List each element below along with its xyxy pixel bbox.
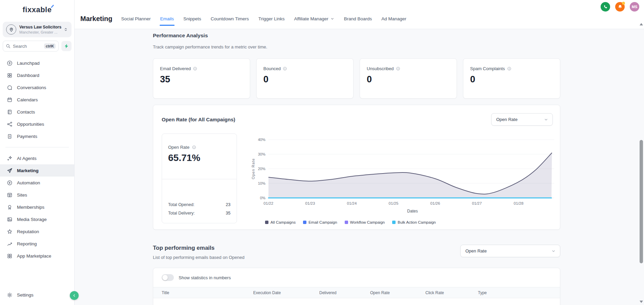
sidebar-item-media-storage[interactable]: Media Storage (0, 213, 74, 225)
sidebar-item-label: Payments (17, 134, 37, 139)
app-logo-text: fixxable (23, 5, 52, 14)
location-pin-icon (6, 24, 16, 35)
automation-icon (7, 180, 13, 186)
toggle-knob (162, 275, 168, 280)
sidebar-item-memberships[interactable]: Memberships (0, 201, 74, 213)
tab-emails[interactable]: Emails (160, 16, 174, 21)
sidebar-item-label: Opportunities (17, 122, 44, 127)
reporting-icon (7, 241, 13, 247)
sidebar-item-reputation[interactable]: Reputation (0, 225, 74, 238)
legend-item-workflow-campaign[interactable]: Workflow Campaign (345, 220, 385, 224)
scroll-up-arrow[interactable] (640, 23, 643, 25)
open-rate-chart: 0%10%20%30%40%Open Rate01/2201/2301/2401… (250, 135, 560, 220)
tab-ad-manager[interactable]: Ad Manager (381, 16, 406, 21)
memberships-icon (7, 204, 13, 210)
account-switcher[interactable]: Versus Law Solicitors Manchester, Greate… (3, 22, 72, 37)
sidebar-item-label: Memberships (17, 205, 44, 210)
sidebar-item-calendars[interactable]: Calendars (0, 94, 74, 106)
sidebar-item-settings[interactable]: Settings (0, 289, 74, 301)
svg-text:30%: 30% (258, 152, 265, 156)
column-header-title: Title (162, 290, 253, 295)
phone-button[interactable] (601, 2, 610, 12)
stat-value: 35 (160, 74, 243, 85)
chevron-updown-icon[interactable] (63, 27, 68, 32)
stat-value: 0 (263, 74, 346, 85)
top-emails-table-card: Show statistics in numbers TitleExecutio… (153, 268, 560, 305)
sidebar-item-app-marketplace[interactable]: App Marketplace (0, 250, 74, 262)
info-icon[interactable] (193, 66, 197, 71)
summary-label: Open Rate (168, 145, 189, 150)
svg-text:10%: 10% (258, 181, 265, 185)
metric-select[interactable]: Open Rate (491, 113, 553, 126)
sidebar-item-payments[interactable]: $Payments (0, 130, 74, 142)
sidebar-item-automation[interactable]: Automation (0, 177, 74, 189)
column-header-open-rate: Open Rate (370, 290, 425, 295)
column-header-execution-date: Execution Date (253, 290, 319, 295)
table-row[interactable]: Internal Notification-1100.00%0.00%Workf… (153, 298, 560, 305)
svg-text:Open Rate: Open Rate (251, 158, 255, 179)
legend-item-bulk-action-campaign[interactable]: Bulk Action Campaign (392, 220, 436, 224)
quick-actions-button[interactable] (61, 41, 72, 51)
scroll-down-arrow[interactable] (640, 301, 643, 303)
chevron-down-icon (330, 17, 335, 21)
svg-text:Dates: Dates (407, 209, 418, 214)
conversations-icon (7, 85, 13, 90)
column-header-type: Type (478, 290, 551, 295)
sidebar-item-label: Launchpad (17, 61, 40, 66)
account-location: Manchester, Greater ... (19, 30, 63, 34)
legend-item-all-campaigns[interactable]: All Campaigns (265, 220, 296, 224)
toggle-label: Show statistics in numbers (179, 275, 231, 280)
stat-value: 0 (470, 74, 553, 85)
tab-snippets[interactable]: Snippets (183, 16, 201, 21)
tab-affiliate-manager[interactable]: Affiliate Manager (294, 16, 335, 21)
info-icon[interactable] (192, 145, 196, 149)
chart-legend: All CampaignsEmail CampaignWorkflow Camp… (265, 220, 436, 224)
payments-icon: $ (7, 134, 13, 139)
notifications-button[interactable] (615, 2, 625, 12)
top-emails-select-value: Open Rate (465, 248, 487, 253)
sidebar-item-label: Sites (17, 192, 27, 198)
sidebar-item-marketing[interactable]: Marketing (0, 164, 74, 177)
svg-text:01/24: 01/24 (347, 201, 357, 205)
stat-card-bounced: Bounced0 (256, 58, 354, 99)
svg-text:01/25: 01/25 (389, 201, 399, 205)
top-emails-metric-select[interactable]: Open Rate (460, 245, 560, 257)
scrollbar (639, 19, 644, 305)
sidebar-item-sites[interactable]: Sites (0, 189, 74, 201)
sidebar-item-opportunities[interactable]: Opportunities (0, 118, 74, 130)
search-input[interactable]: Search ctrlK (3, 41, 59, 52)
summary-row-total-delivery: Total Delivery:35 (168, 211, 230, 216)
stat-card-email-delivered: Email Delivered35 (153, 58, 250, 99)
tab-bar: Social PlannerEmailsSnippetsCountdown Ti… (121, 16, 406, 21)
sidebar-divider (5, 147, 69, 147)
app-marketplace-icon (7, 253, 13, 259)
sidebar-item-reporting[interactable]: Reporting (0, 238, 74, 250)
sidebar: fixxable Versus Law Solicitors Mancheste… (0, 0, 75, 305)
sidebar-item-label: Reputation (17, 229, 39, 234)
sidebar-item-ai-agents[interactable]: AI Agents (0, 152, 74, 164)
tab-countdown-timers[interactable]: Countdown Timers (211, 16, 249, 21)
performance-subtitle: Track campaign performance trends for a … (153, 44, 560, 49)
sidebar-item-dashboard[interactable]: Dashboard (0, 69, 74, 81)
legend-item-email-campaign[interactable]: Email Campaign (303, 220, 337, 224)
app-logo: fixxable (0, 0, 74, 20)
statistics-toggle[interactable] (162, 274, 174, 281)
sidebar-item-contacts[interactable]: Contacts (0, 106, 74, 118)
svg-text:01/28: 01/28 (514, 201, 524, 205)
tab-trigger-links[interactable]: Trigger Links (258, 16, 285, 21)
sidebar-item-label: Media Storage (17, 217, 47, 222)
tab-social-planner[interactable]: Social Planner (121, 16, 150, 21)
launchpad-icon (7, 60, 13, 66)
sidebar-collapse-button[interactable] (70, 291, 79, 300)
tab-brand-boards[interactable]: Brand Boards (344, 16, 372, 21)
info-icon[interactable] (507, 66, 511, 71)
avatar[interactable]: MS (630, 2, 639, 12)
sidebar-item-launchpad[interactable]: Launchpad (0, 57, 74, 69)
svg-text:01/22: 01/22 (264, 201, 274, 205)
reputation-icon (7, 229, 13, 235)
info-icon[interactable] (283, 66, 287, 71)
scrollbar-thumb[interactable] (640, 140, 643, 263)
open-rate-card: Open Rate (for All Campaigns) Open Rate … (153, 105, 560, 230)
info-icon[interactable] (396, 66, 400, 71)
sidebar-item-conversations[interactable]: Conversations (0, 81, 74, 94)
